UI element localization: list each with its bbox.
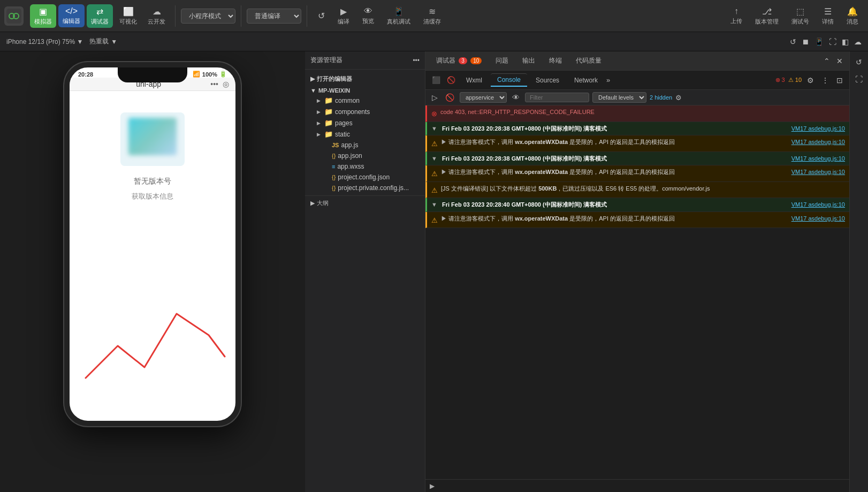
phone-frame: 20:28 📶 100% 🔋 uni-app ••• ◎ 暂	[64, 62, 241, 426]
cursor-icon[interactable]: ⬛	[430, 75, 443, 85]
real-debug-btn[interactable]: 📱 真机调试	[382, 4, 416, 28]
file-item-projectprivate[interactable]: {} project.private.config.js...	[305, 183, 425, 193]
stop-circle-icon[interactable]: 🚫	[445, 75, 458, 85]
msg-link-4[interactable]: VM17 asdebug.js:10	[791, 155, 845, 162]
triangle-icon-7: ▼	[431, 200, 439, 209]
collapse-debugger-icon[interactable]: ⌃	[821, 56, 832, 66]
console-toolbar: ▷ 🚫 appservice 👁 Default levels 2 hidden…	[425, 90, 849, 105]
real-debug-icon: 📱	[393, 6, 404, 17]
msg-link-3[interactable]: VM17 asdebug.js:10	[791, 139, 845, 145]
more-tabs-icon[interactable]: »	[606, 76, 610, 84]
triangle-icon-4: ▼	[431, 154, 439, 163]
devtools-tab-wxml[interactable]: Wxml	[460, 74, 489, 86]
outline-section[interactable]: ▶ 大纲	[305, 195, 425, 210]
refresh-btn[interactable]: ↺	[313, 9, 330, 23]
phone-image-blur	[128, 118, 177, 155]
console-msg-3: ⚠ ▶ 请注意游客模式下，调用 wx.operateWXData 是受限的，AP…	[425, 135, 849, 152]
test-btn[interactable]: ⬚ 测试号	[786, 4, 814, 28]
expand-icon[interactable]: ⛶	[829, 37, 836, 46]
tab-issues[interactable]: 问题	[489, 54, 515, 67]
file-panel-header: 资源管理器 •••	[305, 51, 425, 70]
file-item-pages[interactable]: ▶ 📁 pages	[305, 117, 425, 128]
phone-image	[120, 112, 185, 166]
cloud-btn[interactable]: ☁ 云开发	[143, 4, 170, 28]
folder-icon-common: 📁	[324, 96, 333, 104]
json-icon-appjson: {}	[332, 153, 336, 159]
debug-icon: ⇄	[96, 6, 103, 17]
toolbar-sep-2	[241, 5, 241, 27]
rotate-icon[interactable]: ↺	[790, 37, 796, 46]
folder-icon-static: 📁	[324, 130, 333, 138]
kebab-icon[interactable]: ⋮	[819, 75, 831, 86]
devtools-tab-console[interactable]: Console	[491, 73, 527, 87]
log-level-select[interactable]: Default levels	[592, 92, 646, 103]
top-toolbar: ▣ 模拟器 </> 编辑器 ⇄ 调试器 ⬜ 可视化 ☁ 云开发 小程序模式 插件…	[0, 0, 868, 32]
editor-btn[interactable]: </> 编辑器	[58, 4, 85, 27]
settings-icon[interactable]: ⚙	[805, 75, 816, 86]
version-btn[interactable]: ⎇ 版本管理	[750, 4, 784, 28]
console-input-bar: ▶	[425, 479, 849, 492]
wxss-icon-appwxss: ≡	[332, 163, 335, 170]
console-body: ⊗ code 403, net::ERR_HTTP_RESPONSE_CODE_…	[425, 105, 849, 479]
dock-icon[interactable]: ⊡	[834, 75, 845, 86]
appservice-select[interactable]: appservice	[460, 92, 507, 103]
project-section[interactable]: ▼ MP-WEIXIN	[305, 84, 425, 95]
file-item-appjson[interactable]: {} app.json	[305, 150, 425, 161]
tab-terminal[interactable]: 终端	[543, 54, 568, 67]
visual-icon: ⬜	[123, 6, 134, 17]
compile-btn[interactable]: ▶ 编译	[332, 4, 355, 28]
stop-icon[interactable]: ⏹	[802, 37, 809, 46]
file-item-common[interactable]: ▶ 📁 common	[305, 95, 425, 106]
main-area: 20:28 📶 100% 🔋 uni-app ••• ◎ 暂	[0, 51, 868, 492]
msg-link-2[interactable]: VM17 asdebug.js:10	[791, 125, 845, 132]
right-side-panel: ↺ ⛶	[849, 51, 868, 492]
open-editors-section[interactable]: ▶ 打开的编辑器	[305, 72, 425, 84]
console-settings-icon[interactable]: ⚙	[675, 94, 682, 102]
cloud-small-icon[interactable]: ☁	[854, 37, 862, 46]
compile-icon: ▶	[340, 6, 347, 17]
detail-btn[interactable]: ☰ 详情	[817, 4, 839, 28]
rsp-expand-icon[interactable]: ⛶	[853, 73, 865, 86]
file-item-components[interactable]: ▶ 📁 components	[305, 106, 425, 117]
console-filter-input[interactable]	[525, 93, 589, 102]
phone-icon[interactable]: 📱	[814, 37, 824, 46]
close-debugger-icon[interactable]: ✕	[834, 56, 845, 66]
file-item-appwxss[interactable]: ≡ app.wxss	[305, 161, 425, 172]
devtools-tab-sources[interactable]: Sources	[529, 74, 566, 86]
file-item-appjs[interactable]: JS app.js	[305, 140, 425, 150]
upload-btn[interactable]: ↑ 上传	[725, 4, 748, 28]
preview-btn[interactable]: 👁 预览	[357, 4, 379, 27]
devtools-tab-network[interactable]: Network	[568, 74, 604, 86]
file-item-static[interactable]: ▶ 📁 static	[305, 128, 425, 140]
phone-chart-overlay	[70, 282, 235, 389]
eye-console-icon[interactable]: 👁	[510, 92, 522, 103]
warn-icon-8: ⚠	[431, 215, 438, 226]
simulator-btn[interactable]: ▣ 模拟器	[30, 4, 56, 28]
tab-output[interactable]: 输出	[516, 54, 542, 67]
debug-main-area: 调试器 3 10 问题 输出 终端 代码质量 ⌃ ✕ ⬛ 🚫	[425, 51, 849, 492]
msg-link-5[interactable]: VM17 asdebug.js:10	[791, 169, 845, 175]
error-count: ⊗ 3	[775, 77, 785, 84]
msg-link-7[interactable]: VM17 asdebug.js:10	[791, 201, 845, 208]
console-msg-2: ▼ Fri Feb 03 2023 20:28:38 GMT+0800 (中国标…	[425, 122, 849, 136]
file-item-projectconfig[interactable]: {} project.config.json	[305, 172, 425, 183]
bell-icon: 🔔	[847, 6, 858, 17]
collapse-icon[interactable]: ◧	[842, 37, 849, 46]
msg-link-8[interactable]: VM17 asdebug.js:10	[791, 215, 845, 222]
compile-select[interactable]: 普通编译 自定义编译	[247, 9, 301, 24]
get-version-btn[interactable]: 获取版本信息	[132, 192, 173, 201]
hot-reload-btn[interactable]: 热重载 ▼	[89, 37, 117, 46]
visual-btn[interactable]: ⬜ 可视化	[115, 4, 141, 28]
mode-select[interactable]: 小程序模式 插件模式	[181, 9, 235, 24]
hidden-count[interactable]: 2 hidden	[650, 94, 672, 101]
tab-debugger[interactable]: 调试器 3 10	[430, 54, 488, 67]
file-panel-more-icon[interactable]: •••	[413, 57, 420, 64]
execute-icon[interactable]: ▷	[430, 92, 440, 103]
clear-console-icon[interactable]: 🚫	[443, 92, 456, 103]
rsp-rotate-icon[interactable]: ↺	[854, 56, 864, 69]
debug-btn[interactable]: ⇄ 调试器	[87, 4, 113, 28]
cache-btn[interactable]: ≋ 清缓存	[418, 4, 446, 28]
message-btn[interactable]: 🔔 消息	[841, 4, 864, 28]
tab-code-quality[interactable]: 代码质量	[569, 54, 608, 67]
json-icon-projectprivate: {}	[332, 185, 336, 191]
